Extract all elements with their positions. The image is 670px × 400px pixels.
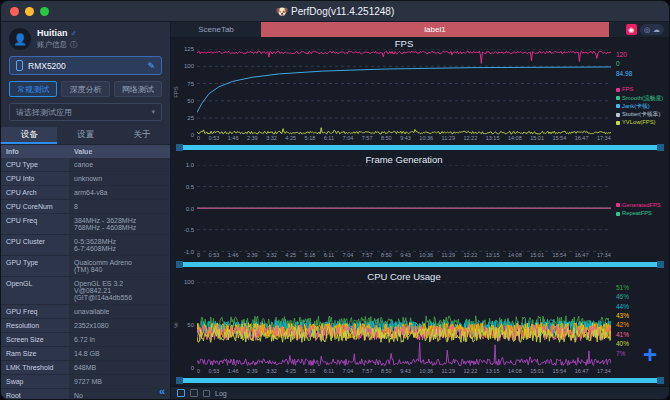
- close-button[interactable]: [10, 7, 19, 16]
- table-row: RootNo: [1, 389, 170, 399]
- chart-scrollbar[interactable]: [176, 261, 664, 268]
- scene-tab[interactable]: SceneTab: [171, 22, 261, 37]
- table-row: LMK Threshold648MB: [1, 361, 170, 375]
- x-tick-label: 7:04: [343, 135, 354, 143]
- scene-bar: SceneTab label1 ◉ ◎ ☁: [171, 22, 669, 37]
- legend-value: 42%: [616, 321, 667, 329]
- value-cell: 6.72 in: [69, 333, 170, 346]
- value-cell: 648MB: [69, 361, 170, 374]
- scrollbar-thumb[interactable]: [183, 145, 657, 150]
- legend-label: Smooth(流畅度): [622, 95, 663, 102]
- target-icon[interactable]: ◎: [644, 26, 650, 34]
- tab-network-test[interactable]: 网络测试: [114, 81, 162, 97]
- x-tick-label: 8:50: [381, 135, 392, 143]
- scrollbar-thumb[interactable]: [183, 378, 657, 383]
- value-cell: 2352x1080: [69, 319, 170, 332]
- value-cell: No: [69, 389, 170, 399]
- fps-plot[interactable]: [197, 49, 611, 135]
- tab-normal-test[interactable]: 常规测试: [9, 81, 57, 97]
- info-cell: Resolution: [1, 319, 69, 332]
- tab-settings[interactable]: 设置: [57, 127, 113, 144]
- legend-item[interactable]: Smooth(流畅度): [616, 95, 667, 102]
- table-row: CPU Typecanoe: [1, 158, 170, 172]
- x-tick-label: 15:01: [530, 368, 544, 376]
- x-tick-label: 4:25: [285, 368, 296, 376]
- legend-item[interactable]: Stutter(卡顿率): [616, 111, 667, 118]
- x-tick-label: 7:57: [362, 368, 373, 376]
- user-profile[interactable]: 👤 Huitian ♂ 账户信息 ⓘ: [1, 22, 170, 54]
- x-tick-label: 1:46: [228, 135, 239, 143]
- legend-value: 44%: [616, 303, 667, 311]
- info-cell: GPU Type: [1, 256, 69, 276]
- titlebar: 🐶 PerfDog(v11.4.251248): [1, 1, 669, 22]
- chart-scrollbar[interactable]: [176, 144, 664, 151]
- sidebar: 👤 Huitian ♂ 账户信息 ⓘ RMX5200 ✎: [1, 22, 171, 399]
- tab-deep-analysis[interactable]: 深度分析: [61, 81, 109, 97]
- app-select-dropdown[interactable]: 请选择测试应用 ▾: [9, 103, 162, 121]
- legend-spacer: [616, 79, 667, 85]
- add-chart-button[interactable]: +: [643, 346, 657, 364]
- info-cell: Root: [1, 389, 69, 399]
- legend-item[interactable]: GeneratedFPS: [616, 202, 667, 209]
- scrollbar-right-handle[interactable]: [657, 261, 664, 268]
- table-row: CPU Infounknown: [1, 172, 170, 186]
- window-title: 🐶 PerfDog(v11.4.251248): [1, 6, 669, 17]
- x-tick-label: 17:34: [597, 368, 611, 376]
- male-icon: ♂: [71, 29, 77, 38]
- legend-item[interactable]: FPS: [616, 86, 667, 93]
- y-tick-label: 50: [187, 322, 194, 328]
- log-checkbox[interactable]: [203, 390, 210, 397]
- cpu-core-usage-plot[interactable]: [197, 282, 611, 368]
- y-axis-title: FPS: [173, 82, 179, 102]
- value-cell: 0-5:3628MHz 6-7:4608MHz: [69, 235, 170, 255]
- legend-item[interactable]: YVLow(FPS): [616, 119, 667, 126]
- x-tick-label: 5:18: [305, 368, 316, 376]
- phone-icon: [16, 60, 23, 71]
- x-tick-label: 1:46: [228, 368, 239, 376]
- y-tick-label: 125: [184, 46, 194, 52]
- legend-item[interactable]: RepeatFPS: [616, 210, 667, 217]
- legend-item[interactable]: Jank(卡顿): [616, 103, 667, 110]
- legend-value: 43%: [616, 312, 667, 320]
- y-tick-label: 1.0: [186, 162, 194, 168]
- device-selector[interactable]: RMX5200 ✎: [9, 56, 162, 75]
- edit-icon[interactable]: ✎: [147, 61, 155, 71]
- scrollbar-left-handle[interactable]: [176, 377, 183, 384]
- y-tick-label: 50: [187, 98, 194, 104]
- cloud-icon[interactable]: ☁: [653, 26, 660, 34]
- info-cell: CPU Cluster: [1, 235, 69, 255]
- minimize-button[interactable]: [25, 7, 34, 16]
- tab-device[interactable]: 设备: [1, 127, 57, 144]
- chart-legend: 120084.98FPSSmooth(流畅度)Jank(卡顿)Stutter(卡…: [611, 49, 669, 135]
- table-row: CPU Cluster0-5:3628MHz 6-7:4608MHz: [1, 235, 170, 256]
- scrollbar-left-handle[interactable]: [176, 261, 183, 268]
- chart-panel-fps: FPS FPS0255075100125 120084.98FPSSmooth(…: [171, 37, 669, 153]
- x-tick-label: 15:54: [552, 135, 566, 143]
- main-area: SceneTab label1 ◉ ◎ ☁ FPS FPS02550751001…: [171, 22, 669, 399]
- log-label: Log: [215, 390, 227, 397]
- record-button[interactable]: ◉: [626, 24, 637, 35]
- tab-about[interactable]: 关于: [114, 127, 170, 144]
- chart-title: Frame Generation: [197, 154, 611, 165]
- sidebar-collapse-icon[interactable]: «: [157, 385, 167, 397]
- label-banner[interactable]: label1: [261, 22, 609, 37]
- account-info-label[interactable]: 账户信息: [37, 40, 67, 50]
- y-tick-label: 25: [187, 115, 194, 121]
- scrollbar-right-handle[interactable]: [657, 377, 664, 384]
- chart-scrollbar[interactable]: [176, 377, 664, 384]
- console-icon[interactable]: [177, 389, 185, 397]
- x-tick-label: 13:15: [486, 368, 500, 376]
- maximize-button[interactable]: [40, 7, 49, 16]
- chevron-down-icon: ▾: [151, 108, 155, 116]
- value-cell: Qualcomm Adreno (TM) 840: [69, 256, 170, 276]
- x-tick-label: 8:50: [381, 252, 392, 260]
- chart-legend: GeneratedFPSRepeatFPS: [611, 165, 669, 251]
- user-icon: 👤: [13, 33, 27, 46]
- frame-generation-plot[interactable]: [197, 165, 611, 251]
- scrollbar-right-handle[interactable]: [657, 144, 664, 151]
- table-header: Info Value: [1, 145, 170, 158]
- scrollbar-left-handle[interactable]: [176, 144, 183, 151]
- scrollbar-thumb[interactable]: [183, 262, 657, 267]
- grid-icon[interactable]: [190, 389, 198, 397]
- legend-swatch: [616, 203, 620, 207]
